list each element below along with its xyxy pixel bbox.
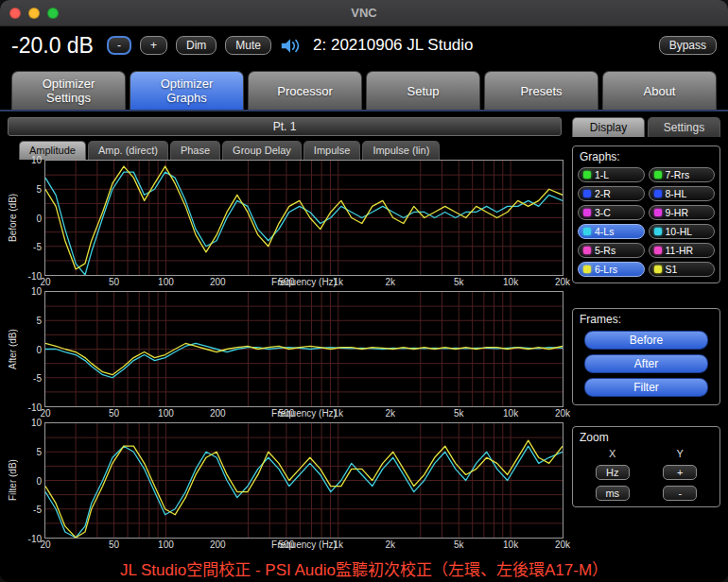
zoom-y-plus-button[interactable]: +: [663, 465, 697, 480]
tab-about[interactable]: About: [602, 71, 717, 110]
channel-button-1-l[interactable]: 1-L: [578, 167, 645, 182]
y-axis-ticks-filter: 1050-5-10: [20, 422, 44, 539]
channel-label: 6-Lrs: [595, 264, 617, 275]
y-axis-ticks-before: 1050-5-10: [20, 160, 44, 276]
grid: [45, 161, 563, 275]
trace-4-ls: [45, 172, 563, 275]
channel-button-8-hl[interactable]: 8-HL: [649, 186, 716, 201]
tab-setup[interactable]: Setup: [366, 71, 480, 110]
x-tick-label: 10k: [503, 408, 518, 419]
grid: [45, 423, 563, 538]
main-tabs: Optimizer SettingsOptimizer GraphsProces…: [0, 64, 728, 111]
channel-label: 11-HR: [666, 245, 694, 256]
sidebar-tab-settings[interactable]: Settings: [648, 117, 720, 137]
volume-level: -20.0 dB: [11, 33, 98, 59]
zoom-x-hz-button[interactable]: Hz: [596, 465, 630, 480]
x-tick-label: 50: [109, 277, 119, 287]
tab-optimizer-graphs[interactable]: Optimizer Graphs: [130, 71, 244, 110]
volume-down-button[interactable]: -: [107, 36, 131, 55]
bypass-button[interactable]: Bypass: [659, 36, 717, 55]
minimize-button[interactable]: [28, 8, 40, 19]
dim-button[interactable]: Dim: [176, 36, 217, 55]
x-axis-label: Frequency (Hz): [271, 277, 337, 287]
x-tick-label: 10k: [503, 539, 518, 550]
maximize-button[interactable]: [47, 8, 59, 19]
tab-optimizer-settings[interactable]: Optimizer Settings: [11, 71, 126, 110]
volume-up-button[interactable]: +: [140, 36, 167, 55]
x-tick-label: 2k: [385, 277, 395, 287]
x-tick-label: 20: [40, 539, 50, 550]
y-axis-ticks-after: 1050-5-10: [20, 291, 44, 407]
channel-label: 9-HR: [666, 207, 689, 218]
subtab-amp-direct[interactable]: Amp. (direct): [88, 141, 168, 160]
traffic-lights: [9, 8, 59, 19]
chart-filter: Filter (dB)1050-5-1020501002005001k2k5k1…: [6, 422, 563, 552]
speaker-icon[interactable]: [280, 38, 301, 54]
titlebar: VNC: [0, 0, 728, 26]
y-tick-label: 10: [31, 155, 42, 165]
y-tick-label: 0: [36, 475, 42, 486]
chart-after: After (dB)1050-5-1020501002005001k2k5k10…: [6, 291, 563, 420]
channel-button-2-r[interactable]: 2-R: [578, 186, 645, 201]
channel-label: 2-R: [595, 188, 611, 199]
x-tick-label: 200: [210, 539, 226, 550]
subtab-impulse-lin[interactable]: Impulse (lin): [362, 141, 440, 160]
channel-led: [654, 209, 662, 216]
channel-button-7-rrs[interactable]: 7-Rrs: [649, 167, 716, 182]
channel-button-11-hr[interactable]: 11-HR: [649, 243, 716, 258]
plot-area-filter[interactable]: [44, 422, 563, 539]
y-tick-label: 0: [36, 344, 42, 354]
frame-button-filter[interactable]: Filter: [584, 378, 708, 397]
channel-button-6-lrs[interactable]: 6-Lrs: [578, 262, 645, 277]
chart-main-filter: Filter (dB)1050-5-10: [6, 422, 563, 539]
zoom-group: Zoom X Hzms Y +-: [572, 426, 720, 507]
subtab-group-delay[interactable]: Group Delay: [222, 141, 302, 160]
close-button[interactable]: [9, 8, 21, 19]
x-tick-label: 50: [109, 408, 119, 419]
mute-button[interactable]: Mute: [225, 36, 271, 55]
x-tick-label: 2k: [385, 539, 395, 550]
channel-led: [583, 265, 591, 273]
subtab-impulse[interactable]: Impulse: [303, 141, 361, 160]
channel-button-3-c[interactable]: 3-C: [578, 205, 645, 220]
channel-button-10-hl[interactable]: 10-HL: [649, 224, 716, 239]
y-tick-label: 5: [36, 315, 42, 325]
volume-toolbar: -20.0 dB - + Dim Mute 2: 20210906 JL Stu…: [0, 26, 728, 64]
sidebar-tab-display[interactable]: Display: [572, 117, 645, 137]
x-axis-ticks-filter: 20501002005001k2k5k10k20kFrequency (Hz): [45, 539, 563, 552]
channel-button-s1[interactable]: S1: [649, 262, 716, 277]
zoom-x-label: X: [609, 448, 615, 459]
y-tick-label: 5: [36, 183, 42, 194]
channel-button-4-ls[interactable]: 4-Ls: [578, 224, 645, 239]
zoom-x-ms-button[interactable]: ms: [596, 486, 630, 501]
content: Pt. 1 AmplitudeAmp. (direct)PhaseGroup D…: [0, 111, 728, 554]
x-tick-label: 5k: [454, 539, 464, 550]
channel-button-5-rs[interactable]: 5-Rs: [578, 243, 645, 258]
chart-main-before: Before (dB)1050-5-10: [6, 160, 563, 276]
y-axis-label-before: Before (dB): [6, 160, 20, 276]
chart-main-after: After (dB)1050-5-10: [6, 291, 563, 407]
plot-area-before[interactable]: [44, 160, 563, 276]
channel-button-9-hr[interactable]: 9-HR: [649, 205, 716, 220]
channel-led: [583, 171, 591, 179]
subtab-phase[interactable]: Phase: [170, 141, 220, 160]
channel-label: 4-Ls: [595, 226, 614, 237]
plot-area-after[interactable]: [44, 291, 563, 407]
channel-label: S1: [666, 264, 678, 275]
grid: [45, 292, 563, 406]
channel-label: 7-Rrs: [666, 169, 690, 180]
frame-button-after[interactable]: After: [584, 354, 708, 373]
zoom-y-minus-button[interactable]: -: [663, 486, 697, 501]
frame-button-before[interactable]: Before: [584, 331, 708, 350]
status-bar: JL Studio空間校正 - PSI Audio監聽初次校正（左環、左後環A1…: [0, 554, 728, 582]
x-tick-label: 20k: [555, 539, 570, 550]
channel-led: [583, 228, 591, 235]
x-tick-label: 10k: [503, 277, 518, 287]
zoom-group-label: Zoom: [580, 431, 715, 444]
tab-processor[interactable]: Processor: [248, 71, 362, 110]
x-tick-label: 5k: [454, 277, 464, 287]
tab-presets[interactable]: Presets: [484, 71, 598, 110]
channel-label: 8-HL: [666, 188, 687, 199]
frame-buttons: BeforeAfterFilter: [578, 330, 715, 399]
subtab-amplitude[interactable]: Amplitude: [19, 141, 86, 160]
